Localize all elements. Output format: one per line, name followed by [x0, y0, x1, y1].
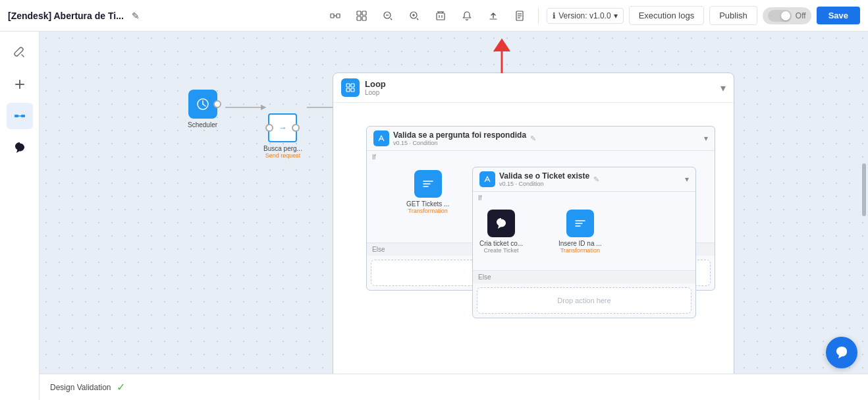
svg-rect-5	[357, 16, 361, 20]
sidebar-flow-icon[interactable]	[7, 103, 33, 129]
scrollbar-right[interactable]	[861, 32, 867, 400]
toggle-thumb	[781, 11, 790, 20]
svg-rect-35	[351, 84, 354, 87]
svg-rect-14	[437, 13, 445, 20]
topbar: [Zendesk] Abertura de Ti... ✎ ℹ Version:…	[0, 0, 868, 32]
scheduler-node[interactable]: Scheduler	[188, 90, 217, 129]
busca-right-connector	[292, 124, 300, 132]
get-tickets-node[interactable]: GET Tickets ... Transformation	[406, 170, 449, 214]
condition1-sub: v0.15 · Condition	[393, 140, 526, 146]
save-button[interactable]: Save	[817, 7, 860, 24]
condition1-expand-icon[interactable]: ▾	[704, 134, 708, 143]
toggle-track	[768, 10, 792, 22]
svg-rect-1	[337, 14, 340, 18]
divider1	[538, 8, 539, 24]
canvas: Scheduler → Busca perg... Send request L…	[40, 32, 868, 400]
svg-rect-36	[346, 88, 350, 92]
condition2-header: Valida se o Ticket existe v0.15 · Condit…	[473, 167, 695, 192]
condition2-container: Valida se o Ticket existe v0.15 · Condit…	[472, 167, 696, 318]
design-validation-label: Design Validation	[50, 383, 111, 392]
toggle-off-switch[interactable]: Off	[763, 7, 811, 24]
cria-ticket-tag: Create Ticket	[484, 247, 519, 254]
svg-rect-27	[21, 115, 25, 117]
bottom-bar: Design Validation ✓	[40, 374, 868, 400]
toolbar-icon-step[interactable]	[325, 5, 346, 26]
loop-expand-icon[interactable]: ▾	[720, 82, 726, 94]
loop-container: Loop Loop ▾ Valida se a pergunta foi res…	[333, 72, 734, 400]
loop-sub: Loop	[365, 89, 386, 96]
busca-node[interactable]: → Busca perg... Send request	[263, 113, 302, 159]
page-title: [Zendesk] Abertura de Ti...	[8, 11, 124, 21]
insere-id-label: Insere ID na ...	[558, 240, 602, 247]
if-label1: If	[367, 151, 715, 163]
cria-ticket-node[interactable]: Cria ticket co... Create Ticket	[479, 210, 523, 254]
scheduler-label: Scheduler	[188, 121, 217, 129]
scrollbar-thumb	[862, 163, 866, 216]
info-icon: ℹ	[553, 11, 556, 20]
toolbar-zoom-out[interactable]	[377, 5, 398, 26]
condition2-expand-icon[interactable]: ▾	[685, 175, 689, 184]
svg-line-33	[203, 104, 205, 106]
get-tickets-icon	[414, 170, 442, 198]
chat-button[interactable]	[826, 337, 857, 368]
loop-icon	[341, 78, 360, 97]
publish-button[interactable]: Publish	[709, 6, 757, 25]
busca-sublabel: Send request	[265, 152, 301, 159]
insere-id-icon	[566, 210, 594, 237]
sidebar-tools-icon[interactable]	[7, 40, 33, 66]
left-sidebar	[0, 32, 40, 400]
svg-rect-37	[351, 88, 354, 92]
busca-left-connector	[265, 124, 273, 132]
loop-title: Loop	[365, 79, 386, 89]
toggle-label: Off	[796, 11, 806, 20]
toolbar-document[interactable]	[509, 5, 530, 26]
svg-rect-6	[362, 16, 366, 20]
get-tickets-tag: Transformation	[408, 208, 448, 214]
scheduler-icon-box	[188, 90, 217, 119]
svg-rect-3	[357, 11, 361, 15]
condition1-edit-icon[interactable]: ✎	[530, 134, 536, 143]
svg-line-9	[391, 18, 392, 20]
svg-rect-4	[362, 11, 366, 15]
condition2-edit-icon[interactable]: ✎	[593, 175, 599, 184]
insere-id-node[interactable]: Insere ID na ... Transformation	[558, 210, 602, 254]
condition1-container: Valida se a pergunta foi respondida v0.1…	[366, 126, 715, 291]
version-label: Version: v1.0.0	[558, 11, 610, 20]
toolbar-notifications[interactable]	[456, 5, 477, 26]
get-tickets-label: GET Tickets ...	[406, 200, 449, 208]
scheduler-right-connector	[213, 100, 221, 108]
busca-icon-box: →	[268, 113, 297, 142]
sidebar-zendesk-icon[interactable]	[7, 134, 33, 161]
toolbar-icon-grid[interactable]	[351, 5, 372, 26]
drop-zone2[interactable]: Drop action here	[477, 287, 692, 314]
toolbar-upload[interactable]	[483, 5, 504, 26]
exec-logs-button[interactable]: Execution logs	[629, 6, 705, 25]
cria-ticket-icon	[487, 210, 515, 237]
if-label2: If	[473, 192, 695, 204]
svg-line-13	[417, 18, 418, 20]
toolbar-zoom-in[interactable]	[404, 5, 425, 26]
edit-title-icon[interactable]: ✎	[132, 11, 140, 21]
loop-header: Loop Loop ▾	[333, 73, 734, 103]
chevron-down-icon: ▾	[614, 11, 618, 20]
condition2-title: Valida se o Ticket existe	[499, 171, 589, 181]
version-button[interactable]: ℹ Version: v1.0.0 ▾	[547, 8, 623, 24]
insere-id-tag: Transformation	[560, 247, 600, 254]
cria-ticket-label: Cria ticket co...	[479, 240, 523, 247]
condition1-icon	[373, 130, 389, 146]
condition2-sub: v0.15 · Condition	[499, 181, 589, 187]
busca-label: Busca perg...	[263, 145, 302, 152]
condition2-icon	[479, 171, 495, 187]
condition1-header: Valida se a pergunta foi respondida v0.1…	[367, 127, 715, 151]
svg-rect-34	[346, 84, 350, 87]
else-label2: Else	[473, 270, 695, 283]
sidebar-add-icon[interactable]	[7, 71, 33, 98]
condition1-title: Valida se a pergunta foi respondida	[393, 130, 526, 140]
svg-rect-0	[331, 14, 334, 18]
toolbar-delete[interactable]	[430, 5, 451, 26]
svg-rect-26	[14, 115, 18, 117]
check-icon: ✓	[117, 381, 125, 393]
